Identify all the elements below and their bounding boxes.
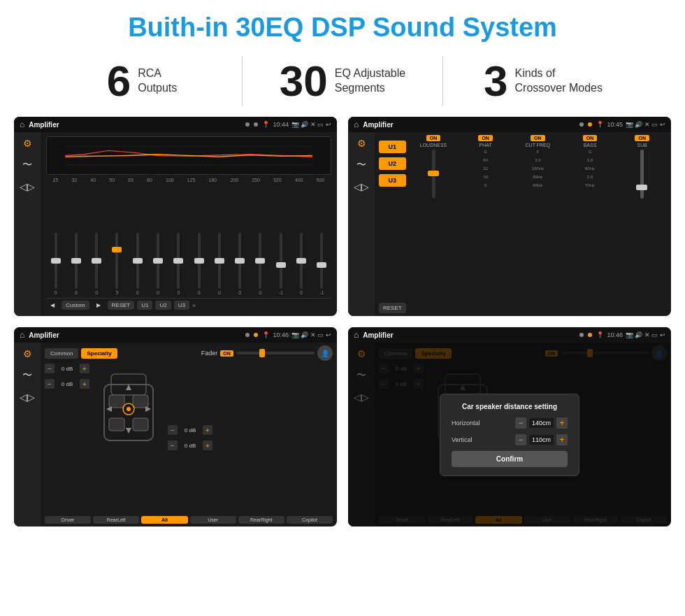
db1-value: 0 dB [57, 366, 77, 372]
vertical-label: Vertical [452, 436, 473, 443]
ctrl-sub: ON SUB [617, 135, 667, 313]
specialty-tab[interactable]: Specialty [81, 348, 117, 359]
rearright-btn[interactable]: RearRight [238, 516, 284, 524]
horizontal-label: Horizontal [452, 420, 480, 427]
screen1-title: Amplifier [29, 121, 241, 129]
db2-minus[interactable]: − [45, 379, 55, 389]
u2-button[interactable]: U2 [379, 157, 406, 170]
eq-reset-btn[interactable]: RESET [108, 301, 135, 310]
sb-icons-2: 📍 10:45 📷 🔊 ✕ ▭ ↩ [596, 121, 665, 128]
phat-on-btn[interactable]: ON [478, 135, 493, 141]
eq-bottom-bar: ◀ Custom ▶ RESET U1 U2 U3 » [46, 298, 331, 312]
left-icons-3: ⚙ 〜 ◁▷ [14, 343, 41, 527]
db3-minus[interactable]: − [168, 425, 178, 435]
eq-icon[interactable]: ⚙ [23, 138, 32, 149]
sub-on-btn[interactable]: ON [635, 135, 649, 141]
db3-plus[interactable]: + [203, 425, 212, 435]
status-bar-1: ⌂ Amplifier 📍 10:44 📷 🔊 ✕ ▭ ↩ [14, 117, 337, 132]
common-tab[interactable]: Common [45, 348, 78, 359]
u1-button[interactable]: U1 [379, 141, 406, 153]
eq-u3-btn[interactable]: U3 [174, 301, 189, 310]
all-btn[interactable]: All [141, 516, 187, 524]
eq-icon-2[interactable]: ⚙ [357, 138, 366, 149]
horizontal-minus[interactable]: − [515, 417, 526, 429]
sub-label: SUB [637, 143, 647, 148]
status-dot-4 [588, 122, 592, 127]
wave-icon[interactable]: 〜 [22, 159, 32, 171]
sub-slider[interactable] [640, 150, 644, 199]
crossover-main-area: U1 U2 U3 RESET ON LOUDNESS ON [375, 132, 671, 316]
wave-icon-2[interactable]: 〜 [356, 159, 366, 171]
db4-plus[interactable]: + [203, 440, 212, 450]
eq-u2-btn[interactable]: U2 [155, 301, 171, 310]
db3-value: 0 dB [180, 427, 200, 434]
loudness-on-btn[interactable]: ON [426, 135, 441, 141]
page-title: Buith-in 30EQ DSP Sound System [0, 0, 685, 50]
db-row-4: − 0 dB + [168, 440, 212, 450]
driver-btn[interactable]: Driver [45, 516, 91, 524]
vertical-plus[interactable]: + [556, 434, 568, 445]
horizontal-plus[interactable]: + [556, 417, 568, 429]
u-buttons: U1 U2 U3 RESET [379, 135, 406, 313]
home-icon-4[interactable]: ⌂ [354, 330, 359, 340]
svg-point-10 [127, 407, 131, 411]
eq-icon-3[interactable]: ⚙ [23, 348, 32, 359]
screens-grid: ⌂ Amplifier 📍 10:44 📷 🔊 ✕ ▭ ↩ ⚙ 〜 ◁▷ [0, 113, 685, 533]
slider-col-2: 0 [66, 233, 85, 295]
user-btn[interactable]: User [190, 516, 236, 524]
eq-custom-btn[interactable]: Custom [62, 301, 89, 310]
screen2-title: Amplifier [363, 121, 575, 129]
confirm-button[interactable]: Confirm [452, 451, 568, 467]
loudness-label: LOUDNESS [420, 143, 447, 148]
cutfreq-on-btn[interactable]: ON [531, 135, 545, 141]
horizontal-value: 140cm [529, 418, 554, 428]
horizontal-control: − 140cm + [515, 417, 568, 429]
dialog-title: Car speaker distance setting [452, 403, 568, 410]
fader-label: Fader [201, 350, 218, 357]
db4-value: 0 dB [180, 443, 200, 449]
stat-rca-number: 6 [107, 59, 131, 103]
stat-crossover-number: 3 [484, 59, 507, 103]
slider-col-3: 0 [87, 233, 106, 295]
db-row-3: − 0 dB + [168, 425, 212, 435]
db4-minus[interactable]: − [168, 440, 178, 450]
phat-values: G6432160 [483, 150, 488, 187]
rearleft-btn[interactable]: RearLeft [93, 516, 139, 524]
svg-rect-8 [133, 418, 148, 431]
speaker-layout-row: − 0 dB + − 0 dB + [45, 364, 333, 512]
eq-main-area: 25 32 40 50 63 80 100 125 160 200 250 32… [41, 132, 337, 316]
stat-eq: 30 EQ AdjustableSegments [243, 59, 442, 103]
avatar-btn[interactable]: 👤 [317, 345, 333, 361]
fader-slider[interactable] [236, 352, 315, 354]
copilot-btn[interactable]: Copilot [287, 516, 333, 524]
cutfreq-label: CUT FREQ [526, 143, 551, 148]
status-dot-5 [245, 333, 250, 337]
home-icon[interactable]: ⌂ [20, 120, 24, 129]
left-icons-1: ⚙ 〜 ◁▷ [14, 132, 41, 316]
slider-col-7: 0 [169, 233, 188, 295]
cutfreq-values: F3.0100Hz80Hz60Hz [532, 150, 544, 187]
eq-prev-btn[interactable]: ◀ [46, 301, 59, 310]
wave-icon-3[interactable]: 〜 [22, 369, 32, 382]
speaker-icon-2[interactable]: ◁▷ [354, 181, 369, 192]
speaker-icon-3[interactable]: ◁▷ [20, 392, 35, 403]
db1-plus[interactable]: + [80, 364, 89, 373]
eq-play-btn[interactable]: ▶ [92, 301, 105, 310]
status-dot-2 [254, 122, 258, 127]
vertical-minus[interactable]: − [515, 434, 526, 445]
db-row-2: − 0 dB + [45, 379, 89, 389]
u3-button[interactable]: U3 [379, 174, 406, 187]
loudness-slider[interactable] [432, 150, 435, 199]
reset-button[interactable]: RESET [379, 303, 406, 313]
svg-marker-12 [126, 428, 131, 434]
eq-sliders: 0 0 0 5 0 [46, 185, 331, 295]
screen3-content: ⚙ 〜 ◁▷ Common Specialty Fader ON 👤 [14, 343, 337, 527]
eq-u1-btn[interactable]: U1 [137, 301, 152, 310]
db2-plus[interactable]: + [80, 379, 89, 389]
home-icon-3[interactable]: ⌂ [20, 330, 24, 340]
db1-minus[interactable]: − [45, 364, 55, 373]
speaker-icon[interactable]: ◁▷ [20, 181, 35, 192]
bass-on-btn[interactable]: ON [583, 135, 598, 141]
home-icon-2[interactable]: ⌂ [354, 120, 359, 129]
slider-col-9: 0 [210, 233, 229, 295]
